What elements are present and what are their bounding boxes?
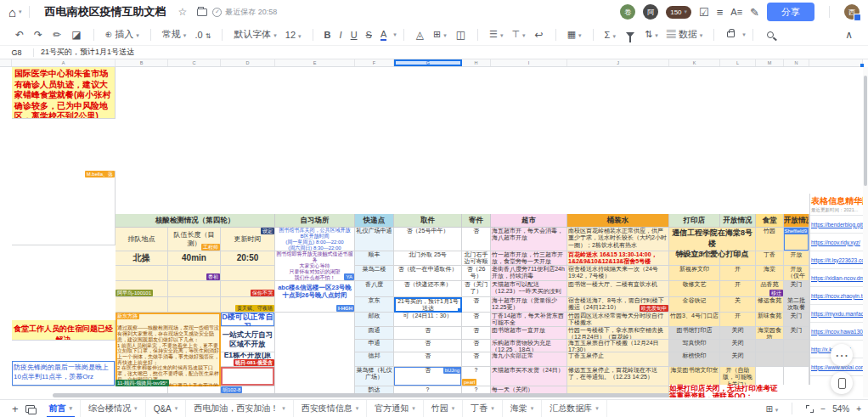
zoom-level[interactable]: 54% bbox=[832, 404, 849, 414]
sheet-cell[interactable]: 否 bbox=[462, 313, 491, 327]
document-title[interactable]: 西电南校区疫情互助文档 bbox=[45, 4, 166, 20]
sheet-cell[interactable]: 海棠 bbox=[756, 266, 784, 281]
sum-menu[interactable]: Σ▾ bbox=[605, 30, 616, 40]
sheet-cell[interactable]: 品香苑移迁 bbox=[756, 281, 784, 297]
sheet-cell[interactable]: 黄天赋、守夜喵 bbox=[221, 297, 275, 313]
sheet-cell[interactable]: 关 bbox=[720, 297, 756, 313]
collapse-toolbar-icon[interactable]: ∧ bbox=[845, 29, 853, 41]
sheet-cell[interactable]: 德邦 bbox=[355, 352, 394, 367]
sheet-cell[interactable]: 更新时间设定 bbox=[221, 228, 275, 251]
sheet-cell[interactable]: 新视界文印 bbox=[669, 266, 720, 281]
cell-empty[interactable]: M.bella、落 bbox=[12, 171, 116, 245]
link[interactable]: https://xidian-ncov.dml.ink bbox=[810, 269, 863, 287]
sheet-cell[interactable]: 否 bbox=[462, 297, 491, 313]
sheet-cell[interactable]: 20:50 bbox=[221, 251, 275, 266]
column-headers[interactable]: ABCDEFGHIJKLMN bbox=[0, 59, 863, 67]
mobile-view-fab[interactable] bbox=[831, 372, 853, 394]
all-sheets-icon[interactable] bbox=[25, 405, 35, 413]
sheet-cell[interactable]: 海十超市开放（货量很少 12.25更） bbox=[491, 297, 567, 313]
sheet-cell[interactable]: 关闭 bbox=[720, 340, 756, 352]
vertical-align-menu[interactable]: ⊤▾ bbox=[511, 29, 525, 40]
sheet-cell[interactable]: 可（24日11：30） bbox=[394, 313, 462, 327]
sheet-cell[interactable]: 菜鸟驿（礼仪广场） bbox=[355, 367, 394, 386]
link[interactable]: https://ncov.hawa130.com/ bbox=[810, 323, 863, 341]
sheet-cell[interactable]: 否 bbox=[462, 327, 491, 340]
sheet-cell[interactable]: 否 bbox=[394, 327, 462, 340]
sheet-cell[interactable]: 竹园 bbox=[756, 228, 784, 251]
sheet-cell[interactable]: 修远五玉泉停止，百花岭现在不送了，在等通知。（12.23 14:25） bbox=[567, 367, 669, 386]
column-header[interactable]: A bbox=[12, 59, 116, 66]
table-column-header[interactable]: 取件 bbox=[394, 214, 462, 228]
cell-observation-note[interactable]: 新东方路 通过观察——核酸检测现场，发现一些细节没有得到大家重视，存在现场交叉感… bbox=[116, 313, 221, 386]
sheet-cell[interactable] bbox=[275, 313, 355, 397]
link[interactable]: https://ncov.ridy.xyz/ bbox=[810, 234, 863, 251]
column-header[interactable] bbox=[0, 59, 12, 66]
sheet-cell[interactable]: 圆通 bbox=[355, 327, 394, 340]
protect-icon[interactable] bbox=[727, 31, 735, 37]
table-column-header[interactable]: 自习场所 bbox=[275, 214, 355, 228]
redo-icon[interactable]: ↷ bbox=[34, 29, 42, 41]
sheet-cell[interactable]: 否（25号中午） bbox=[394, 228, 462, 251]
sheet-cell[interactable]: 否 bbox=[462, 340, 491, 352]
sheet-cell[interactable]: 香八度 bbox=[355, 281, 394, 297]
sheet-cell[interactable]: 关门 bbox=[784, 313, 809, 327]
decimal-toggle[interactable]: .0 ⇅ bbox=[194, 30, 211, 40]
tab-jiayou[interactable]: 西电加油，西安加油！▾ bbox=[186, 400, 294, 417]
sheet-cell[interactable]: 否 bbox=[462, 228, 491, 251]
link[interactable]: https://benderblog.github.io/Spri... bbox=[810, 216, 863, 234]
sheet-cell[interactable]: 开放 bbox=[784, 251, 809, 266]
sheet-cell[interactable]: 丁香玉泉停止 bbox=[567, 352, 669, 367]
sheet-cell[interactable]: abc楼&信远楼一区23号晚十点到26号晚八点封闭I·HGH bbox=[275, 281, 355, 313]
sheet-cell[interactable]: 写真快印 bbox=[669, 340, 720, 352]
sheet-cell[interactable]: 海五玉泉票自行下楼搬（12月24日17:30） bbox=[567, 340, 669, 352]
cell-print-point-banner[interactable]: 通信工程学院在海棠8号楼 特设立3个爱心打印点 bbox=[669, 228, 756, 251]
column-header[interactable]: M bbox=[756, 59, 784, 66]
chart-menu[interactable]: ▦▾ bbox=[567, 29, 582, 40]
move-to-folder-icon[interactable] bbox=[197, 8, 207, 16]
sheet-cell[interactable] bbox=[756, 352, 784, 367]
sheet-cell[interactable]: 邮政 bbox=[355, 313, 394, 327]
vertical-scroll-thumb[interactable] bbox=[864, 76, 867, 186]
sheet-cell[interactable]: 宿舍楼送海7、8号水，需自行到楼下搬运（24日12:10）欧先发旬中 bbox=[567, 297, 669, 313]
sheet-cell[interactable]: 开 bbox=[720, 281, 756, 297]
sheet-cell[interactable]: 海棠园食坊 bbox=[756, 327, 784, 340]
sheet-cell[interactable] bbox=[221, 266, 275, 281]
menu-icon[interactable]: ≡ bbox=[717, 6, 724, 19]
sheet-cell[interactable]: 竹园四区送水经常需每天分时段自行下楼搬水 bbox=[567, 313, 669, 327]
sheet-cell[interactable]: 图书馆打印店 bbox=[669, 327, 720, 340]
sheet-cell[interactable]: 否 bbox=[394, 340, 462, 352]
sheet-cell[interactable] bbox=[168, 281, 221, 297]
sheet-cell[interactable]: 菜鸟二楼 bbox=[355, 266, 394, 281]
tab-qianyan[interactable]: 前言▾ bbox=[42, 400, 82, 417]
sheet-cell[interactable]: 新味食苑 bbox=[756, 313, 784, 327]
sheet-cell[interactable]: 竹园3、4号门口店 bbox=[669, 313, 720, 327]
sheet-cell[interactable]: 竹一超市开放，竹三超市开放，食堂旁每一天开放 bbox=[491, 251, 567, 266]
table-column-header[interactable]: 快递点 bbox=[355, 214, 394, 228]
cell-guard-shift[interactable]: 防疫先锋岗的最后一班岗是晚上10点半到11点半，羡慕Orz bbox=[12, 361, 116, 386]
tab-official[interactable]: 官方通知▾ bbox=[367, 400, 424, 417]
sheet-cell[interactable]: 敬修文艺 bbox=[669, 281, 720, 297]
sheet-cell[interactable]: 图书馆书库关闭，公共区域开放 B区开放时间 (周一至周五) 8:00—22:00… bbox=[275, 228, 355, 251]
data-menu[interactable]: ▤ 数据▾ bbox=[667, 28, 703, 41]
column-header[interactable] bbox=[809, 59, 863, 66]
column-header[interactable]: J bbox=[567, 59, 669, 66]
sheet-cell[interactable]: 春初 bbox=[168, 266, 221, 281]
sheet-cell[interactable]: 开 bbox=[720, 313, 756, 327]
avatar[interactable]: 阿 bbox=[643, 4, 658, 20]
font-size-menu[interactable]: 12▾ bbox=[285, 30, 302, 40]
link[interactable]: https://ncov.zhaoyin.tech/ bbox=[810, 287, 863, 305]
sheet-list-icon[interactable]: ⊞▾ bbox=[765, 404, 778, 414]
tab-database[interactable]: 汇总数据库▾ bbox=[542, 400, 607, 417]
table-column-header[interactable]: 食堂 bbox=[756, 214, 784, 228]
tasks-icon[interactable]: ☑ bbox=[699, 6, 709, 19]
format-painter-icon[interactable]: ✏ bbox=[53, 29, 61, 41]
column-header[interactable]: E bbox=[275, 59, 355, 66]
font-color-button[interactable]: A bbox=[380, 29, 386, 41]
table-column-header[interactable]: 超市 bbox=[491, 214, 567, 228]
sheet-cell[interactable]: 南校区百花岭桶装水正常供应，供严重少于求，送水时长较长（大约2小时一圈）；2栋饮… bbox=[567, 228, 669, 251]
borders-menu[interactable]: ⊞▾ bbox=[433, 29, 447, 40]
sheet-cell[interactable]: 开放Sheffield9 bbox=[784, 228, 809, 251]
sheet-cell[interactable]: 关闭 bbox=[720, 327, 756, 340]
sheet-cell[interactable]: 队伍长度（目测）工程师 bbox=[168, 228, 221, 251]
vertical-scrollbar[interactable] bbox=[863, 67, 868, 397]
